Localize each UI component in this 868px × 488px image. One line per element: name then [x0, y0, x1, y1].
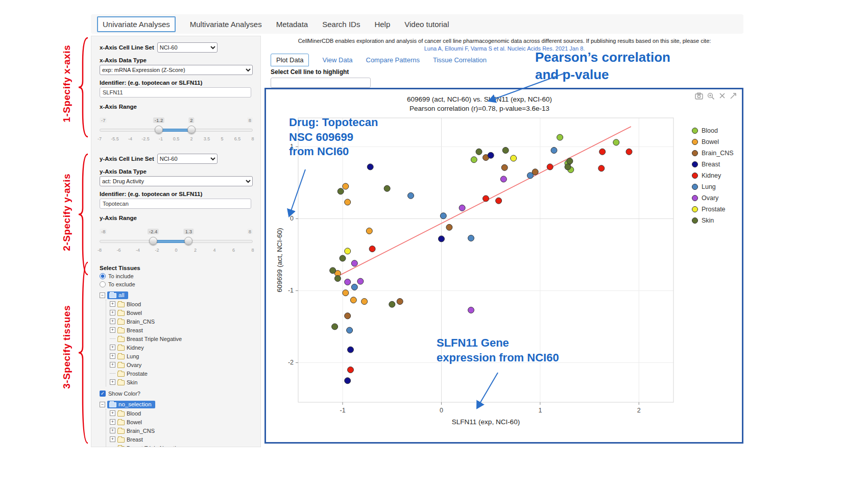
x-axis-identifier-input[interactable]	[100, 87, 251, 97]
y-axis-range-slider[interactable]: -88-2.41.3-8-6-4-202468	[100, 229, 253, 258]
data-point[interactable]	[598, 165, 605, 172]
tab-compare-patterns[interactable]: Compare Patterns	[366, 56, 420, 64]
highlight-cell-line-input[interactable]	[271, 78, 371, 88]
tree-item-bowel[interactable]: +Bowel	[110, 418, 252, 426]
expand-icon[interactable]: +	[110, 310, 115, 315]
expand-icon[interactable]: +	[110, 379, 115, 385]
tree-item-breast[interactable]: +Breast	[110, 435, 252, 444]
tab-view-data[interactable]: View Data	[322, 56, 352, 64]
pan-icon[interactable]	[730, 92, 737, 100]
camera-icon[interactable]	[695, 92, 703, 100]
data-point[interactable]	[367, 164, 373, 170]
nav-tab-search-ids[interactable]: Search IDs	[322, 20, 360, 29]
x-axis-cell-line-set-select[interactable]: NCI-60	[157, 42, 218, 53]
data-point[interactable]	[599, 149, 606, 155]
data-point[interactable]	[347, 327, 353, 333]
data-point[interactable]	[340, 255, 346, 261]
tree-item-bowel[interactable]: +Bowel	[110, 308, 252, 317]
show-color-row[interactable]: ✓ Show Color?	[100, 391, 252, 397]
data-point[interactable]	[471, 157, 477, 163]
nav-tab-multivariate[interactable]: Multivariate Analyses	[190, 20, 262, 29]
data-point[interactable]	[511, 155, 517, 161]
data-point[interactable]	[351, 284, 357, 290]
expand-icon[interactable]: +	[110, 362, 115, 368]
citation-link[interactable]: Luna A, Elloumi F, Varma S et al. Nuclei…	[266, 45, 743, 52]
tree-root-all[interactable]: −all	[100, 291, 252, 299]
data-point[interactable]	[343, 290, 349, 296]
data-point[interactable]	[439, 236, 445, 242]
tab-plot-data[interactable]: Plot Data	[271, 54, 309, 66]
data-point[interactable]	[334, 276, 341, 282]
data-point[interactable]	[500, 176, 507, 182]
expand-icon[interactable]: +	[110, 301, 115, 307]
nav-tab-univariate[interactable]: Univariate Analyses	[97, 16, 176, 32]
data-point[interactable]	[557, 134, 563, 140]
data-point[interactable]	[502, 148, 509, 154]
data-point[interactable]	[459, 205, 465, 211]
data-point[interactable]	[345, 199, 351, 205]
data-point[interactable]	[613, 139, 619, 145]
slider-high-handle[interactable]	[187, 126, 196, 134]
data-point[interactable]	[351, 260, 357, 266]
data-point[interactable]	[350, 297, 356, 303]
legend-item-breast[interactable]: Breast	[692, 159, 734, 170]
data-point[interactable]	[565, 164, 571, 170]
legend-item-brain_cns[interactable]: Brain_CNS	[692, 148, 734, 159]
data-point[interactable]	[369, 246, 375, 252]
data-point[interactable]	[330, 267, 336, 274]
tree-item-prostate[interactable]: Prostate	[110, 369, 252, 378]
expand-icon[interactable]: +	[110, 410, 115, 416]
nav-tab-help[interactable]: Help	[374, 20, 390, 29]
expand-icon[interactable]: +	[110, 419, 115, 425]
x-axis-range-slider[interactable]: -78-1.22-7-5.5-4-2.5-10.523.556.58	[100, 118, 253, 147]
data-point[interactable]	[446, 224, 452, 230]
data-point[interactable]	[527, 173, 534, 179]
data-point[interactable]	[345, 313, 351, 319]
tab-tissue-correlation[interactable]: Tissue Correlation	[433, 56, 487, 64]
tree-item-breast-triple-negative[interactable]: Breast Triple Negative	[110, 334, 252, 343]
tree-item-breast-triple-negative[interactable]: Breast Triple Negative	[110, 444, 252, 447]
data-point[interactable]	[345, 279, 351, 285]
data-point[interactable]	[348, 347, 354, 353]
tree-root-no_selection[interactable]: −no_selection	[100, 401, 252, 408]
data-point[interactable]	[626, 149, 632, 155]
data-point[interactable]	[551, 148, 557, 154]
tree-item-brain_cns[interactable]: +Brain_CNS	[110, 426, 252, 435]
legend-item-lung[interactable]: Lung	[692, 181, 734, 192]
data-point[interactable]	[343, 183, 349, 189]
slider-high-handle[interactable]	[184, 237, 192, 245]
y-axis-data-type-select[interactable]: act: Drug Activity	[100, 176, 253, 186]
tree-item-brain_cns[interactable]: +Brain_CNS	[110, 317, 252, 326]
expand-icon[interactable]: +	[110, 327, 115, 333]
slider-low-handle[interactable]	[149, 237, 157, 245]
data-point[interactable]	[384, 185, 390, 191]
data-point[interactable]	[361, 299, 368, 305]
data-point[interactable]	[332, 324, 338, 330]
expand-icon[interactable]: +	[110, 436, 115, 442]
data-point[interactable]	[567, 158, 573, 164]
data-point[interactable]	[468, 235, 474, 241]
collapse-icon[interactable]: −	[100, 292, 105, 298]
collapse-icon[interactable]: −	[100, 402, 105, 407]
legend-item-skin[interactable]: Skin	[692, 215, 734, 226]
show-color-checkbox[interactable]: ✓	[100, 391, 106, 397]
nav-tab-metadata[interactable]: Metadata	[276, 20, 308, 29]
data-point[interactable]	[496, 198, 502, 204]
tree-item-kidney[interactable]: +Kidney	[110, 343, 252, 352]
nav-tab-video-tutorial[interactable]: Video tutorial	[404, 20, 449, 29]
data-point[interactable]	[345, 248, 351, 254]
data-point[interactable]	[488, 152, 494, 158]
data-point[interactable]	[547, 164, 553, 170]
tree-item-blood[interactable]: +Blood	[110, 300, 252, 308]
data-point[interactable]	[483, 196, 489, 202]
data-point[interactable]	[357, 278, 364, 284]
data-point[interactable]	[366, 228, 372, 234]
data-point[interactable]	[389, 301, 395, 307]
data-point[interactable]	[476, 149, 482, 155]
expand-icon[interactable]: +	[110, 428, 115, 433]
y-axis-cell-line-set-select[interactable]: NCI-60	[157, 154, 218, 164]
legend-item-kidney[interactable]: Kidney	[692, 170, 734, 181]
legend-item-ovary[interactable]: Ovary	[692, 192, 734, 204]
tree-item-blood[interactable]: +Blood	[110, 409, 252, 418]
legend-item-prostate[interactable]: Prostate	[692, 204, 734, 215]
